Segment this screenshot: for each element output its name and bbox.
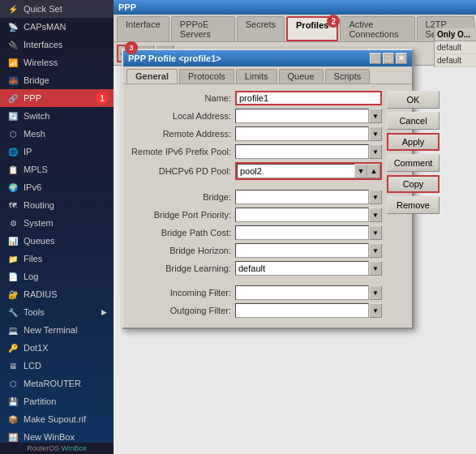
incoming-filter-label: Incoming Filter: <box>130 288 235 298</box>
sidebar-item-queues[interactable]: 📊 Queues <box>0 232 114 250</box>
tab-pppoe-servers[interactable]: PPPoE Servers <box>171 16 235 41</box>
tab-secrets[interactable]: Secrets <box>237 16 285 41</box>
bridge-horizon-dropdown[interactable]: ▼ <box>369 243 382 258</box>
sidebar-item-metarouter[interactable]: ⬡ MetaROUTER <box>0 375 114 392</box>
form-row-bridge-path-cost: Bridge Path Cost: ▼ <box>130 225 382 240</box>
tab-active-connections[interactable]: Active Connections <box>340 16 414 41</box>
name-input[interactable] <box>235 91 382 105</box>
remote-address-dropdown[interactable]: ▼ <box>369 126 382 141</box>
sidebar-item-switch[interactable]: 🔄 Switch <box>0 107 114 125</box>
only-panel-title: Only O... <box>435 28 476 41</box>
sidebar-item-quick-set[interactable]: ⚡ Quick Set <box>0 0 114 18</box>
ok-button[interactable]: OK <box>387 91 440 109</box>
maximize-button[interactable]: □ <box>383 53 394 64</box>
bridge-path-cost-dropdown[interactable]: ▼ <box>369 225 382 240</box>
bridge-horizon-input[interactable] <box>235 243 369 258</box>
form-row-bridge: Bridge: ▼ <box>130 190 382 204</box>
incoming-filter-input[interactable] <box>235 285 369 300</box>
sidebar-item-mesh[interactable]: ⬡ Mesh <box>0 125 114 143</box>
sidebar-item-tools[interactable]: 🔧 Tools ▶ <box>0 303 114 321</box>
sidebar-item-capsman[interactable]: 📡 CAPsMAN <box>0 18 114 36</box>
cancel-button[interactable]: Cancel <box>387 112 440 130</box>
tab-interface[interactable]: Interface <box>117 16 169 41</box>
sidebar-item-interfaces[interactable]: 🔌 Interfaces <box>0 36 114 54</box>
sidebar-item-log[interactable]: 📄 Log <box>0 268 114 285</box>
only-panel-item-2[interactable]: default <box>435 54 476 67</box>
dialog-tab-queue[interactable]: Queue <box>279 69 324 84</box>
tab-profiles[interactable]: Profiles 2 <box>286 16 338 41</box>
sidebar-item-lcd[interactable]: 🖥 LCD <box>0 357 114 375</box>
dialog-tab-limits[interactable]: Limits <box>236 69 277 84</box>
remove-button[interactable]: Remove <box>387 196 440 214</box>
bridge-port-priority-dropdown[interactable]: ▼ <box>369 208 382 222</box>
sidebar-item-ppp[interactable]: 🔗 PPP 1 <box>0 89 114 107</box>
dialog-tabs: General Protocols Limits Queue Scripts <box>123 66 412 84</box>
dialog-tab-general[interactable]: General <box>127 69 178 84</box>
bridge-learning-wrapper: ▼ <box>235 261 382 276</box>
ppp-icon: 🔗 <box>6 92 19 105</box>
ppp-outer-window: PPP Interface PPPoE Servers Secrets Prof… <box>114 0 476 454</box>
sidebar-item-partition[interactable]: 💾 Partition <box>0 392 114 410</box>
incoming-filter-wrapper: ▼ <box>235 285 382 300</box>
system-icon: ⚙ <box>6 216 19 229</box>
bridge-path-cost-wrapper: ▼ <box>235 225 382 240</box>
ppp-title-bar: PPP <box>114 0 476 15</box>
dialog-tab-protocols[interactable]: Protocols <box>179 69 234 84</box>
ipv6-pool-input[interactable] <box>235 144 369 159</box>
ipv6-pool-dropdown[interactable]: ▼ <box>369 144 382 159</box>
remote-address-input[interactable] <box>235 126 369 141</box>
sidebar-item-routing[interactable]: 🗺 Routing <box>0 196 114 214</box>
dialog-tab-scripts[interactable]: Scripts <box>325 69 371 84</box>
form-row-outgoing-filter: Outgoing Filter: ▼ <box>130 303 382 318</box>
ipv6-pool-label: Remote IPv6 Prefix Pool: <box>130 147 235 156</box>
sidebar-item-ipv6[interactable]: 🌍 IPv6 <box>0 178 114 196</box>
local-address-input[interactable] <box>235 109 369 123</box>
form-row-name: Name: <box>130 91 382 105</box>
bridge-path-cost-input[interactable] <box>235 225 369 240</box>
dialog-title: PPP Profile <profile1> <box>128 54 221 63</box>
ip-icon: 🌐 <box>6 145 19 158</box>
sidebar-item-make-supout[interactable]: 📦 Make Supout.rif <box>0 410 114 428</box>
local-address-dropdown[interactable]: ▼ <box>369 109 382 123</box>
sidebar-item-files[interactable]: 📁 Files <box>0 250 114 268</box>
sidebar-item-ip[interactable]: 🌐 IP <box>0 143 114 161</box>
bridge-learning-label: Bridge Learning: <box>130 263 235 273</box>
dhcpv6-input[interactable] <box>237 164 354 178</box>
sidebar-item-radius[interactable]: 🔐 RADIUS <box>0 285 114 303</box>
remote-address-wrapper: ▼ <box>235 126 382 141</box>
dhcpv6-up-btn[interactable]: ▲ <box>367 164 380 178</box>
bridge-dropdown[interactable]: ▼ <box>369 190 382 204</box>
incoming-filter-dropdown[interactable]: ▼ <box>369 285 382 300</box>
sidebar-item-new-terminal[interactable]: 💻 New Terminal <box>0 321 114 339</box>
bridge-input[interactable] <box>235 190 369 204</box>
sidebar-item-bridge[interactable]: 🌉 Bridge <box>0 71 114 89</box>
ppp-tab-bar: Interface PPPoE Servers Secrets Profiles… <box>114 15 476 42</box>
comment-button[interactable]: Comment <box>387 154 440 172</box>
minimize-button[interactable]: _ <box>370 53 381 64</box>
remote-address-label: Remote Address: <box>130 129 235 139</box>
only-panel-item-1[interactable]: default <box>435 41 476 54</box>
ipv6-icon: 🌍 <box>6 181 19 194</box>
form-area: Name: Local Address: ▼ Remote Address: <box>130 91 382 321</box>
bridge-learning-input[interactable] <box>235 261 369 276</box>
sidebar-item-mpls[interactable]: 📋 MPLS <box>0 161 114 178</box>
dhcpv6-dropdown-btn[interactable]: ▼ <box>354 164 367 178</box>
new-terminal-icon: 💻 <box>6 323 19 336</box>
apply-button[interactable]: Apply <box>387 133 440 151</box>
close-button[interactable]: ✕ <box>396 53 407 64</box>
sidebar-item-dot1x[interactable]: 🔑 Dot1X <box>0 339 114 357</box>
sidebar-item-system[interactable]: ⚙ System <box>0 214 114 232</box>
main-content: PPP Interface PPPoE Servers Secrets Prof… <box>114 0 476 454</box>
outgoing-filter-dropdown[interactable]: ▼ <box>369 303 382 318</box>
bridge-port-priority-input[interactable] <box>235 208 369 222</box>
action-buttons: OK Cancel Apply Comment Copy Remove <box>387 91 440 321</box>
outgoing-filter-input[interactable] <box>235 303 369 318</box>
form-row-ipv6-pool: Remote IPv6 Prefix Pool: ▼ <box>130 144 382 159</box>
form-row-dhcpv6: DHCPv6 PD Pool: ▼ ▲ <box>130 162 382 180</box>
dialog-title-bar: PPP Profile <profile1> _ □ ✕ <box>123 50 412 66</box>
bridge-learning-dropdown[interactable]: ▼ <box>369 261 382 276</box>
dot1x-icon: 🔑 <box>6 341 19 354</box>
copy-button[interactable]: Copy <box>387 175 440 193</box>
mesh-icon: ⬡ <box>6 127 19 140</box>
sidebar-item-wireless[interactable]: 📶 Wireless <box>0 54 114 71</box>
